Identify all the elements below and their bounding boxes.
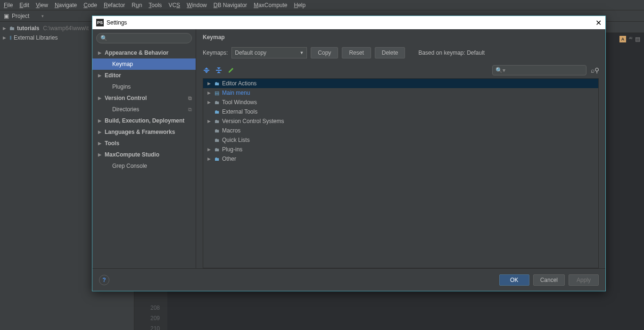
svg-marker-2	[205, 71, 208, 73]
keymap-node-version-control-systems[interactable]: ▶🖿Version Control Systems	[203, 116, 598, 126]
svg-marker-5	[217, 71, 221, 73]
node-label: Editor Actions	[222, 80, 256, 87]
project-tool-icon: ▣	[4, 13, 9, 19]
expand-arrow-icon: ▶	[98, 73, 105, 78]
category-label: Plugins	[112, 83, 131, 90]
chevron-down-icon: ▾	[41, 14, 44, 18]
settings-dialog: PS Settings ✕ 🔍 ▶Appearance & BehaviorKe…	[92, 16, 606, 291]
expand-arrow-icon: ▶	[206, 81, 212, 86]
find-shortcut-icon[interactable]: ⌕⚲	[591, 66, 599, 74]
svg-rect-3	[216, 70, 222, 71]
expand-arrow-icon: ▶	[206, 100, 212, 105]
settings-tree: ▶Appearance & BehaviorKeymap▶EditorPlugi…	[92, 47, 196, 268]
menu-navigate[interactable]: Navigate	[55, 2, 77, 8]
collapse-all-icon[interactable]	[215, 66, 223, 74]
keymap-node-editor-actions[interactable]: ▶🖿Editor Actions	[203, 79, 598, 88]
delete-button[interactable]: Delete	[375, 47, 405, 58]
edit-icon[interactable]	[227, 66, 235, 74]
ok-button[interactable]: OK	[499, 274, 529, 286]
menu-file[interactable]: File	[4, 2, 13, 8]
expand-arrow-icon: ▶	[98, 152, 105, 157]
menu-edit[interactable]: Edit	[19, 2, 29, 8]
settings-category-grep-console[interactable]: Grep Console	[92, 160, 196, 172]
settings-category-tools[interactable]: ▶Tools	[92, 138, 196, 149]
menu-tools[interactable]: Tools	[149, 2, 162, 8]
menu-code[interactable]: Code	[83, 2, 97, 8]
project-tool-button[interactable]: ▣ Project ▾	[4, 13, 44, 19]
expand-arrow-icon: ▶	[206, 91, 212, 95]
based-on-label: Based on keymap: Default	[418, 50, 485, 56]
menu-refactor[interactable]: Refactor	[104, 2, 125, 8]
expand-arrow-icon[interactable]: ▶	[3, 26, 8, 31]
project-root-name: tutorials	[17, 25, 39, 32]
expand-arrow-icon: ▶	[98, 118, 105, 123]
category-label: Languages & Frameworks	[105, 129, 175, 135]
keymap-node-external-tools[interactable]: 🖿External Tools	[203, 107, 598, 116]
expand-arrow-icon: ▶	[98, 141, 105, 146]
keymaps-dropdown[interactable]: Default copy ▼	[231, 47, 307, 58]
help-button[interactable]: ?	[99, 275, 109, 285]
keymap-node-other[interactable]: ▶🖿Other	[203, 154, 598, 164]
category-label: Directories	[112, 106, 139, 113]
dialog-title-text: Settings	[107, 19, 127, 26]
keymap-node-plug-ins[interactable]: ▶🖿Plug-ins	[203, 145, 598, 154]
keymaps-label: Keymaps:	[203, 50, 228, 56]
category-label: Keymap	[112, 61, 133, 67]
copy-button[interactable]: Copy	[311, 47, 338, 58]
category-label: Version Control	[105, 95, 147, 101]
svg-marker-1	[205, 67, 208, 69]
settings-category-editor[interactable]: ▶Editor	[92, 70, 196, 81]
font-icon[interactable]: ᴬᴵ	[629, 36, 632, 42]
keymap-actions-tree: ▶🖿Editor Actions▶▤Main menu▶🖿Tool Window…	[203, 78, 599, 268]
search-icon: 🔍▾	[495, 67, 505, 74]
settings-category-version-control[interactable]: ▶Version Control⧉	[92, 92, 196, 104]
settings-category-directories[interactable]: Directories⧉	[92, 104, 196, 115]
keymap-search-input[interactable]: 🔍▾	[492, 65, 586, 75]
expand-all-icon[interactable]	[203, 66, 210, 74]
folder-icon: 🖿	[9, 25, 15, 32]
settings-category-maxcompute-studio[interactable]: ▶MaxCompute Studio	[92, 149, 196, 160]
chevron-down-icon: ▼	[299, 50, 304, 55]
project-tool-label: Project	[12, 13, 29, 19]
keymap-toolbar: 🔍▾ ⌕⚲	[203, 65, 599, 75]
apply-button[interactable]: Apply	[569, 274, 599, 286]
modified-icon: ⧉	[188, 107, 192, 113]
category-label: Appearance & Behavior	[105, 50, 168, 56]
search-icon: 🔍	[100, 35, 107, 41]
menu-window[interactable]: Window	[187, 2, 207, 8]
expand-arrow-icon: ▶	[206, 119, 212, 124]
keymap-node-tool-windows[interactable]: ▶🖿Tool Windows	[203, 98, 598, 107]
settings-category-plugins[interactable]: Plugins	[92, 81, 196, 92]
close-icon[interactable]: ✕	[595, 18, 602, 27]
reset-button[interactable]: Reset	[342, 47, 371, 58]
folder-icon: 🖿	[214, 156, 220, 162]
right-gutter-icons: A ᴬᴵ ▤	[619, 36, 640, 42]
settings-category-appearance-behavior[interactable]: ▶Appearance & Behavior	[92, 47, 196, 58]
line-number: 210	[134, 323, 160, 330]
keymap-node-quick-lists[interactable]: 🖿Quick Lists	[203, 135, 598, 145]
node-label: Macros	[222, 127, 240, 134]
menu-help[interactable]: Help	[294, 2, 306, 8]
highlight-icon[interactable]: A	[619, 36, 626, 42]
svg-rect-0	[204, 70, 209, 71]
menu-maxcompute[interactable]: MaxCompute	[254, 2, 287, 8]
menu-run[interactable]: Run	[132, 2, 142, 8]
expand-arrow-icon[interactable]: ▶	[3, 35, 8, 40]
menu-dbnavigator[interactable]: DB Navigator	[214, 2, 247, 8]
settings-category-keymap[interactable]: Keymap	[92, 58, 196, 70]
cancel-button[interactable]: Cancel	[533, 274, 565, 286]
keymap-node-macros[interactable]: 🖿Macros	[203, 126, 598, 135]
settings-breadcrumb: Keymap	[203, 34, 599, 41]
keymap-node-main-menu[interactable]: ▶▤Main menu	[203, 88, 598, 98]
settings-category-build-execution-deployment[interactable]: ▶Build, Execution, Deployment	[92, 115, 196, 126]
menu-view[interactable]: View	[36, 2, 48, 8]
category-label: Grep Console	[112, 163, 147, 169]
category-label: Build, Execution, Deployment	[105, 117, 184, 124]
settings-search-input[interactable]: 🔍	[96, 33, 192, 43]
page-icon[interactable]: ▤	[635, 36, 640, 42]
menu-vcs[interactable]: VCS	[168, 2, 180, 8]
node-label: Quick Lists	[222, 137, 250, 143]
dialog-titlebar: PS Settings ✕	[92, 16, 605, 29]
folder-icon: 🖿	[214, 80, 220, 87]
settings-category-languages-frameworks[interactable]: ▶Languages & Frameworks	[92, 126, 196, 138]
